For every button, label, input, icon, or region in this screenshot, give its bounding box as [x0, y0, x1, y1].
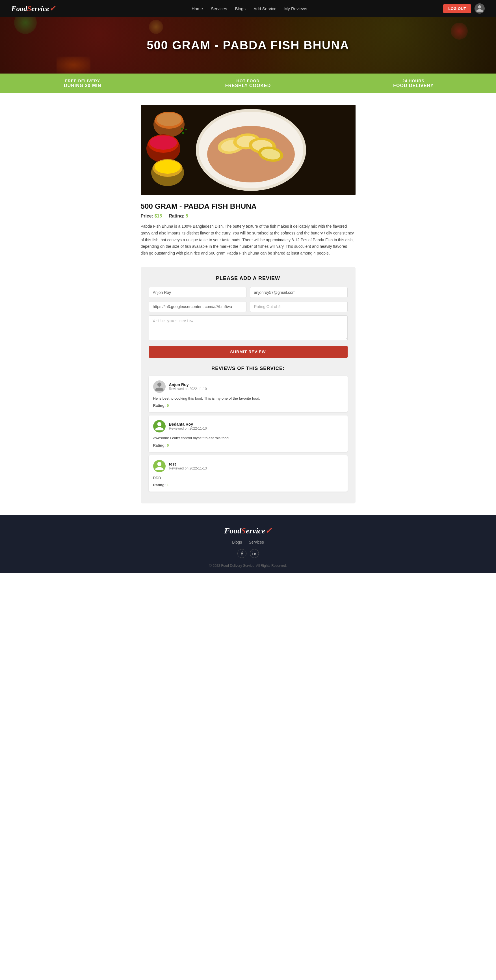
feature-delivery: FREE DELIVERY DURING 30 MIN [0, 73, 165, 93]
footer: FoodService✓ Blogs Services © 2022 Food … [0, 515, 496, 573]
review-rating: Rating: 5 [153, 403, 343, 407]
footer-social [6, 549, 490, 558]
reviewer-name: Anjon Roy [169, 382, 207, 387]
review-text: He is best to cooking this food. This is… [153, 396, 343, 401]
review-text-input[interactable] [149, 315, 348, 341]
food-description: Pabda Fish Bhuna is a 100% Bangladesh Di… [141, 223, 355, 257]
svg-point-22 [185, 129, 187, 130]
footer-logo[interactable]: FoodService✓ [6, 526, 490, 535]
feature-hot-food-top: HOT FOOD [171, 79, 325, 83]
feature-delivery-top: FREE DELIVERY [6, 79, 159, 83]
hero-section: 500 GRAM - PABDA FISH BHUNA [0, 17, 496, 73]
reviewer-info: Anjon Roy Reviewed on 2022-11-10 [169, 382, 207, 391]
submit-review-button[interactable]: SUBMIT REVIEW [149, 346, 348, 358]
form-row-photo-rating [149, 301, 348, 312]
food-image [141, 105, 355, 195]
main-content: 500 GRAM - PABDA FISH BHUNA Price: $15 R… [135, 105, 361, 503]
footer-link-blogs[interactable]: Blogs [232, 540, 242, 544]
logout-button[interactable]: LOG OUT [443, 4, 471, 13]
review-form-title: PLEASE ADD A REVIEW [149, 275, 348, 282]
reviewer-name: test [169, 462, 207, 466]
food-meta: Price: $15 Rating: 5 [141, 213, 355, 219]
reviewer-photo-input[interactable] [149, 301, 246, 312]
nav-add-service[interactable]: Add Service [254, 6, 276, 11]
rating-value: 5 [186, 213, 188, 218]
feature-hot-food-bottom: FRESHLY COOKED [171, 83, 325, 88]
review-text: Awesome I can't control myself to eat th… [153, 435, 343, 441]
review-card: Bedanta Roy Reviewed on 2022-11-10 Aweso… [149, 415, 348, 452]
svg-point-21 [182, 132, 184, 134]
svg-point-23 [181, 128, 182, 130]
review-header: test Reviewed on 2022-11-13 [153, 460, 343, 473]
reviewer-email-input[interactable] [250, 287, 348, 298]
reviews-section-title: REVIEWS OF THIS SERVICE: [149, 366, 348, 371]
review-date: Reviewed on 2022-11-13 [169, 466, 207, 470]
feature-24hours-bottom: FOOD DELIVERY [337, 83, 490, 88]
features-bar: FREE DELIVERY DURING 30 MIN HOT FOOD FRE… [0, 73, 496, 93]
feature-24hours: 24 HOURS FOOD DELIVERY [331, 73, 496, 93]
reviewer-info: Bedanta Roy Reviewed on 2022-11-10 [169, 422, 207, 431]
rating-label: Rating: [169, 213, 184, 218]
review-text: DDD [153, 475, 343, 481]
svg-point-24 [252, 552, 253, 553]
reviewer-avatar [153, 420, 166, 433]
food-title: 500 GRAM - PABDA FISH BHUNA [141, 202, 355, 211]
nav-my-reviews[interactable]: My Reviews [284, 6, 307, 11]
linkedin-icon[interactable] [250, 549, 259, 558]
reviewer-name: Bedanta Roy [169, 422, 207, 426]
footer-links: Blogs Services [6, 540, 490, 544]
nav-home[interactable]: Home [192, 6, 203, 11]
facebook-icon[interactable] [238, 549, 246, 558]
brand-logo[interactable]: FoodService✓ [11, 4, 55, 13]
feature-24hours-top: 24 HOURS [337, 79, 490, 83]
feature-hot-food: HOT FOOD FRESHLY COOKED [165, 73, 331, 93]
reviewer-info: test Reviewed on 2022-11-13 [169, 462, 207, 470]
review-card: Anjon Roy Reviewed on 2022-11-10 He is b… [149, 376, 348, 412]
nav-links: Home Services Blogs Add Service My Revie… [192, 6, 307, 11]
review-form-section: PLEASE ADD A REVIEW SUBMIT REVIEW REVIEW… [141, 267, 355, 504]
review-date: Reviewed on 2022-11-10 [169, 426, 207, 431]
review-rating: Rating: 1 [153, 483, 343, 487]
nav-blogs[interactable]: Blogs [235, 6, 246, 11]
review-header: Anjon Roy Reviewed on 2022-11-10 [153, 380, 343, 393]
nav-right: LOG OUT [443, 3, 485, 14]
price-label: Price: [141, 213, 153, 218]
svg-point-6 [150, 135, 177, 150]
svg-point-9 [155, 160, 181, 173]
form-row-name-email [149, 287, 348, 298]
reviewer-name-input[interactable] [149, 287, 246, 298]
navbar: FoodService✓ Home Services Blogs Add Ser… [0, 0, 496, 17]
review-header: Bedanta Roy Reviewed on 2022-11-10 [153, 420, 343, 433]
footer-link-services[interactable]: Services [249, 540, 264, 544]
svg-point-3 [157, 113, 181, 126]
feature-delivery-bottom: DURING 30 MIN [6, 83, 159, 88]
nav-services[interactable]: Services [211, 6, 227, 11]
review-rating: Rating: 6 [153, 443, 343, 447]
reviewer-avatar [153, 380, 166, 393]
review-card: test Reviewed on 2022-11-13 DDD Rating: … [149, 455, 348, 492]
rating-input[interactable] [250, 301, 348, 312]
avatar[interactable] [474, 3, 485, 14]
reviewer-avatar [153, 460, 166, 473]
price-value: $15 [154, 213, 162, 218]
footer-copyright: © 2022 Food Delivery Service. All Rights… [6, 564, 490, 568]
review-date: Reviewed on 2022-11-10 [169, 387, 207, 391]
